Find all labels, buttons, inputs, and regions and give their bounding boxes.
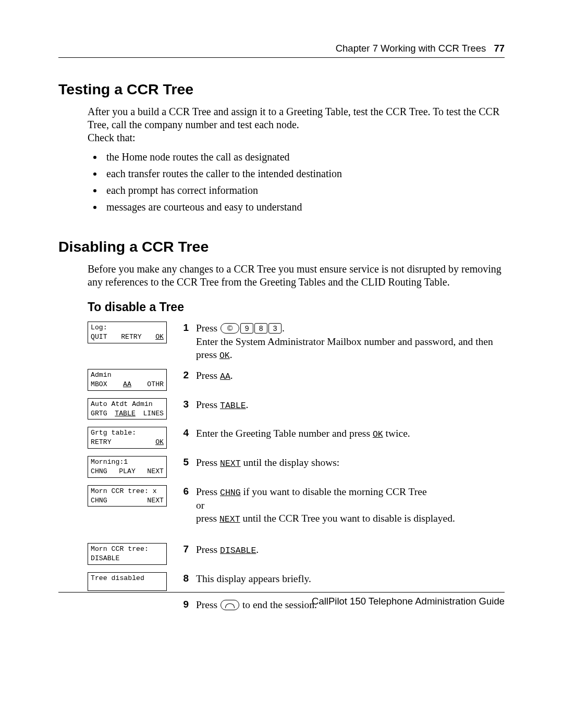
text: until the CCR Tree you want to disable i… (240, 513, 455, 524)
text: twice. (383, 428, 410, 439)
softkey-next-ref: NEXT (220, 459, 241, 468)
lcd-1: Log: QUIT RETRY OK (88, 322, 167, 343)
softkey-table-ref: TABLE (220, 401, 246, 411)
lcd-softkeys: GRTG TABLE LINES (91, 409, 164, 418)
text: Press (196, 486, 220, 497)
steps-container: Log: QUIT RETRY OK 1 Press ©983. Enter t… (88, 322, 505, 611)
softkey-table: TABLE (115, 409, 136, 418)
softkey-ok-ref: OK (373, 429, 383, 439)
step-num: 6 (177, 485, 189, 498)
digit-key: 9 (240, 323, 253, 334)
lcd-6: Morn CCR tree: x CHNG NEXT (88, 485, 167, 507)
text: . (230, 349, 232, 360)
softkey-othr: OTHR (147, 380, 164, 389)
step-num: 2 (177, 369, 189, 382)
softkey-disable: DISABLE (91, 554, 119, 563)
softkey-play: PLAY (119, 467, 136, 476)
step-instruction: Press TABLE. (196, 398, 505, 412)
bullet-2: each transfer routes the caller to the i… (103, 165, 505, 182)
step-num: 7 (177, 543, 189, 556)
lcd-softkeys: MBOX AA OTHR (91, 380, 164, 389)
softkey-ok-ref: OK (219, 351, 230, 361)
text: if you want to disable the morning CCR T… (241, 486, 427, 497)
softkey-mbox: MBOX (91, 380, 107, 389)
step-7: Morn CCR tree: DISABLE 7 Press DISABLE. (88, 543, 505, 565)
step-2: Admin MBOX AA OTHR 2 Press AA. (88, 369, 505, 391)
text: Press (196, 544, 220, 555)
softkey-chng: CHNG (91, 496, 107, 505)
step-instruction: This display appears briefly. (196, 572, 505, 586)
page-footer: CallPilot 150 Telephone Administration G… (58, 592, 505, 607)
text: Press (196, 399, 220, 410)
bullet-3: each prompt has correct information (103, 182, 505, 199)
step-instruction: Press AA. (196, 369, 505, 382)
digit-key: 8 (254, 323, 267, 334)
disabling-p1: Before you make any changes to a CCR Tre… (88, 263, 505, 289)
testing-p1: After you a build a CCR Tree and assign … (88, 105, 505, 131)
step-num: 5 (177, 456, 189, 469)
step-1: Log: QUIT RETRY OK 1 Press ©983. Enter t… (88, 322, 505, 362)
page-number: 77 (494, 43, 505, 54)
step-5: Morning:1 CHNG PLAY NEXT 5 Press NEXT un… (88, 456, 505, 478)
chapter-label: Chapter 7 Working with CCR Trees (336, 43, 486, 54)
lcd-line: Log: (91, 323, 164, 332)
digit-key: 3 (268, 323, 282, 334)
softkey-retry: RETRY (121, 332, 142, 342)
lcd-line: Auto Atdt Admin (91, 400, 164, 409)
step-instruction: Press CHNG if you want to disable the mo… (196, 485, 505, 525)
step-8: Tree disabled 8 This display appears bri… (88, 572, 505, 591)
step-4: Grtg table: RETRY OK 4 Enter the Greetin… (88, 427, 505, 449)
text: Press (196, 323, 220, 334)
text: . (230, 370, 233, 381)
step-instruction: Press NEXT until the display shows: (196, 456, 505, 470)
page: Chapter 7 Working with CCR Trees 77 Test… (0, 0, 563, 728)
lcd-4: Grtg table: RETRY OK (88, 427, 167, 449)
softkey-ok: OK (155, 438, 164, 447)
lcd-softkeys: CHNG PLAY NEXT (91, 467, 164, 476)
softkey-disable-ref: DISABLE (220, 546, 256, 556)
subsection-disable: To disable a Tree (88, 300, 505, 314)
lcd-softkeys: CHNG NEXT (91, 496, 164, 505)
lcd-line: Tree disabled (91, 574, 164, 583)
softkey-grtg: GRTG (91, 409, 107, 418)
testing-bullets: the Home node routes the call as designa… (88, 149, 505, 215)
text: press (196, 513, 219, 524)
softkey-next: NEXT (147, 467, 164, 476)
lcd-5: Morning:1 CHNG PLAY NEXT (88, 456, 167, 478)
step-3: Auto Atdt Admin GRTG TABLE LINES 3 Press… (88, 398, 505, 420)
lcd-line: Morn CCR tree: x (91, 487, 164, 496)
text: or (196, 500, 204, 511)
lcd-8: Tree disabled (88, 572, 167, 591)
lcd-7: Morn CCR tree: DISABLE (88, 543, 167, 565)
softkey-lines: LINES (143, 409, 164, 418)
step-num: 8 (177, 572, 189, 585)
text: Enter the Greeting Table number and pres… (196, 428, 373, 439)
softkey-aa-ref: AA (220, 372, 230, 381)
testing-check: Check that: (88, 131, 505, 144)
softkey-next-ref: NEXT (219, 514, 240, 524)
lcd-softkeys: DISABLE (91, 554, 164, 563)
section-disabling-title: Disabling a CCR Tree (58, 238, 505, 255)
softkey-quit: QUIT (91, 332, 107, 342)
text: . (282, 323, 285, 334)
text: Press (196, 370, 220, 381)
step-instruction: Press ©983. Enter the System Administrat… (196, 322, 505, 362)
softkey-next: NEXT (147, 496, 164, 505)
section-testing-title: Testing a CCR Tree (58, 81, 505, 98)
text: Press (196, 457, 220, 468)
lcd-line: Grtg table: (91, 428, 164, 438)
lcd-softkeys: RETRY OK (91, 438, 164, 447)
bullet-1: the Home node routes the call as designa… (103, 149, 505, 165)
bullet-4: messages are courteous and easy to under… (103, 199, 505, 215)
text: . (246, 399, 249, 410)
softkey-aa: AA (123, 380, 131, 389)
text: . (256, 544, 259, 555)
lcd-2: Admin MBOX AA OTHR (88, 369, 167, 391)
step-instruction: Enter the Greeting Table number and pres… (196, 427, 505, 440)
softkey-chng: CHNG (91, 467, 107, 476)
softkey-chng-ref: CHNG (220, 488, 241, 498)
step-num: 1 (177, 322, 189, 335)
step-num: 3 (177, 398, 189, 411)
running-header: Chapter 7 Working with CCR Trees 77 (58, 43, 505, 58)
lcd-line: Morning:1 (91, 458, 164, 467)
